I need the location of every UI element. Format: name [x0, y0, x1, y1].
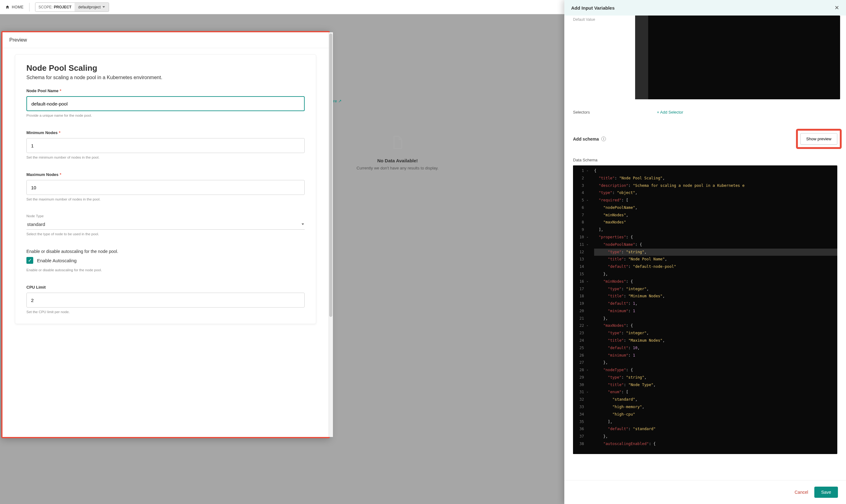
scope-prefix: SCOPE: — [38, 5, 52, 9]
sidebar-body: Default Value Selectors + Add Selector A… — [564, 16, 846, 480]
field-help: Provide a unique name for the node pool. — [27, 113, 305, 117]
close-button[interactable]: ✕ — [834, 4, 839, 11]
scope-label: SCOPE: PROJECT — [35, 3, 74, 12]
form-title: Node Pool Scaling — [27, 63, 305, 73]
field-cpu-limit: CPU Limit Set the CPU limit per node. — [27, 285, 305, 314]
editor-gutter — [635, 16, 648, 99]
min-nodes-input[interactable] — [27, 138, 305, 153]
document-icon — [307, 135, 488, 152]
show-preview-highlight: Show preview — [800, 133, 837, 145]
home-icon — [5, 5, 10, 9]
scope-selector[interactable]: SCOPE: PROJECT defaultproject — [35, 2, 109, 12]
add-selector-button[interactable]: + Add Selector — [657, 110, 683, 114]
field-node-type: Node Type standard Select the type of no… — [27, 214, 305, 236]
sidebar-title: Add Input Variables — [571, 5, 615, 11]
add-input-variables-sidebar: Add Input Variables ✕ Default Value Sele… — [564, 0, 846, 504]
required-asterisk: * — [59, 130, 60, 135]
preview-panel: Preview Node Pool Scaling Schema for sca… — [1, 31, 330, 438]
save-button[interactable]: Save — [814, 487, 838, 498]
field-help: Select the type of node to be used in th… — [27, 232, 305, 236]
field-label: Node Pool Name* — [27, 88, 305, 93]
close-icon: ✕ — [834, 5, 839, 11]
preview-body: Node Pool Scaling Schema for scaling a n… — [2, 48, 329, 435]
field-help: Set the minimum number of nodes in the p… — [27, 156, 305, 159]
scope-value-picker[interactable]: defaultproject — [74, 3, 109, 12]
add-schema-row: Add schema i Show preview — [573, 133, 837, 145]
field-autoscaling: Enable or disable autoscaling for the no… — [27, 249, 305, 272]
show-preview-button[interactable]: Show preview — [800, 133, 837, 145]
selectors-label: Selectors — [573, 110, 657, 114]
no-data-title: No Data Available! — [307, 158, 488, 163]
preview-header: Preview — [2, 32, 329, 48]
required-asterisk: * — [60, 172, 61, 177]
schema-code-editor[interactable]: 1 - 2 3 4 5 - 6 7 8 9 10 - 11 - 12 13 14… — [573, 165, 837, 454]
field-help: Enable or disable autoscaling for the no… — [27, 268, 305, 272]
add-schema-label-group: Add schema i — [573, 137, 606, 142]
form-card: Node Pool Scaling Schema for scaling a n… — [15, 54, 316, 324]
node-type-select[interactable]: standard — [27, 220, 305, 230]
info-icon[interactable]: i — [601, 137, 606, 141]
chevron-down-icon — [302, 223, 304, 225]
chevron-down-icon — [103, 6, 105, 8]
field-max-nodes: Maximum Nodes* Set the maximum number of… — [27, 172, 305, 201]
field-label: Minimum Nodes* — [27, 130, 305, 135]
code-text: { "title": "Node Pool Scaling", "descrip… — [591, 165, 837, 454]
field-label: Node Type — [27, 214, 305, 218]
required-asterisk: * — [60, 88, 61, 93]
home-button[interactable]: HOME — [5, 5, 23, 9]
autoscaling-checkbox-row[interactable]: ✓ Enable Autoscaling — [27, 257, 305, 264]
field-label: CPU Limit — [27, 285, 305, 290]
sidebar-footer: Cancel Save — [564, 480, 846, 504]
label-text: Maximum Nodes — [27, 172, 58, 177]
data-schema-label: Data Schema — [573, 158, 837, 162]
label-text: Node Pool Name — [27, 88, 58, 93]
select-value: standard — [27, 221, 45, 227]
external-link-icon: ↗ — [338, 99, 342, 103]
divider — [29, 3, 30, 12]
field-group-label: Enable or disable autoscaling for the no… — [27, 249, 305, 254]
scope-type: PROJECT — [54, 5, 71, 9]
code-gutter: 1 - 2 3 4 5 - 6 7 8 9 10 - 11 - 12 13 14… — [573, 165, 591, 454]
field-label: Maximum Nodes* — [27, 172, 305, 177]
checkbox-checked-icon[interactable]: ✓ — [27, 257, 33, 264]
cancel-button[interactable]: Cancel — [794, 487, 808, 498]
cpu-limit-input[interactable] — [27, 293, 305, 308]
scope-value: defaultproject — [78, 5, 101, 9]
selectors-row: Selectors + Add Selector — [573, 110, 837, 114]
max-nodes-input[interactable] — [27, 180, 305, 195]
field-help: Set the CPU limit per node. — [27, 310, 305, 314]
label-text: Minimum Nodes — [27, 130, 57, 135]
add-schema-label: Add schema — [573, 137, 599, 142]
field-min-nodes: Minimum Nodes* Set the minimum number of… — [27, 130, 305, 159]
preview-scrollbar[interactable] — [329, 32, 333, 437]
home-label: HOME — [12, 5, 23, 9]
default-value-editor[interactable] — [635, 16, 840, 99]
no-data-sub: Currently we don't have any results to d… — [307, 166, 488, 170]
checkbox-label: Enable Autoscaling — [37, 258, 77, 263]
node-pool-name-input[interactable] — [27, 96, 305, 111]
default-value-label: Default Value — [573, 17, 595, 22]
field-node-pool-name: Node Pool Name* Provide a unique name fo… — [27, 88, 305, 117]
sidebar-header: Add Input Variables ✕ — [564, 0, 846, 16]
preview-scroll-thumb[interactable] — [329, 34, 332, 317]
form-description: Schema for scaling a node pool in a Kube… — [27, 75, 305, 80]
field-help: Set the maximum number of nodes in the p… — [27, 197, 305, 201]
no-data-placeholder: No Data Available! Currently we don't ha… — [307, 135, 488, 170]
